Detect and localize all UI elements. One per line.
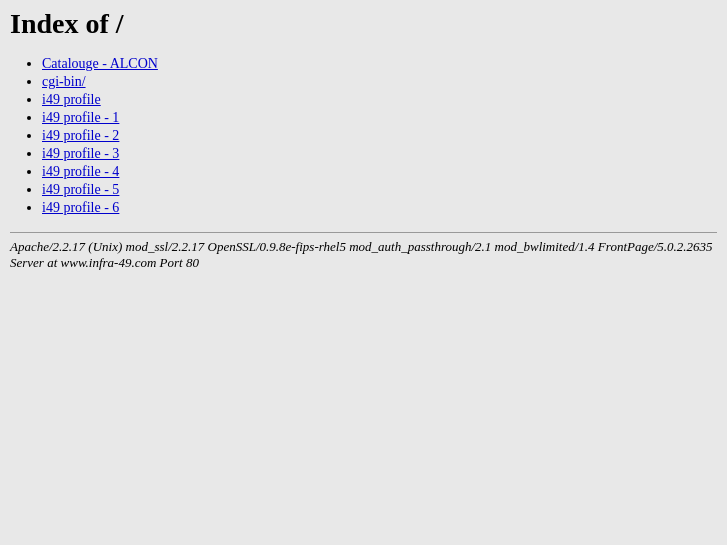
list-item: i49 profile - 5 (42, 182, 717, 198)
list-item: i49 profile - 6 (42, 200, 717, 216)
server-info: Apache/2.2.17 (Unix) mod_ssl/2.2.17 Open… (10, 232, 717, 271)
list-item: i49 profile - 4 (42, 164, 717, 180)
directory-link[interactable]: Catalouge - ALCON (42, 56, 158, 71)
list-item: i49 profile - 3 (42, 146, 717, 162)
list-item: i49 profile - 1 (42, 110, 717, 126)
directory-link[interactable]: i49 profile - 4 (42, 164, 119, 179)
directory-link[interactable]: i49 profile - 3 (42, 146, 119, 161)
list-item: i49 profile (42, 92, 717, 108)
directory-link[interactable]: i49 profile - 1 (42, 110, 119, 125)
list-item: Catalouge - ALCON (42, 56, 717, 72)
list-item: i49 profile - 2 (42, 128, 717, 144)
directory-link[interactable]: i49 profile - 6 (42, 200, 119, 215)
directory-list: Catalouge - ALCONcgi-bin/i49 profilei49 … (42, 56, 717, 216)
directory-link[interactable]: i49 profile - 2 (42, 128, 119, 143)
directory-link[interactable]: cgi-bin/ (42, 74, 86, 89)
list-item: cgi-bin/ (42, 74, 717, 90)
directory-link[interactable]: i49 profile (42, 92, 101, 107)
page-title: Index of / (10, 8, 717, 40)
directory-link[interactable]: i49 profile - 5 (42, 182, 119, 197)
